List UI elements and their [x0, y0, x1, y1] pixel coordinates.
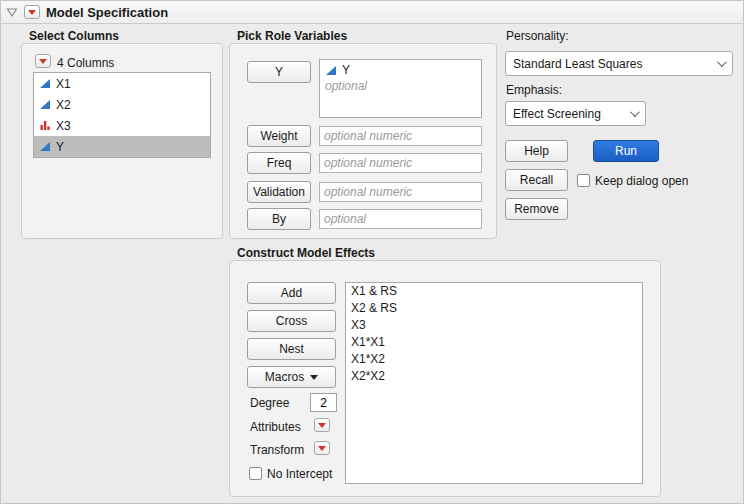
page-title: Model Specification [46, 5, 168, 20]
construct-effects-label: Construct Model Effects [237, 246, 375, 260]
red-triangle-glyph [28, 10, 36, 15]
emphasis-value: Effect Screening [513, 107, 601, 121]
effect-item[interactable]: X3 [346, 317, 642, 334]
add-button[interactable]: Add [247, 282, 336, 304]
columns-red-triangle-menu-icon[interactable] [35, 54, 51, 68]
column-label: Y [56, 140, 64, 154]
continuous-column-icon [39, 141, 51, 152]
column-item-x1[interactable]: X1 [34, 73, 210, 94]
validation-role-field[interactable] [319, 182, 482, 202]
continuous-column-icon [39, 99, 51, 110]
effect-item[interactable]: X1 & RS [346, 283, 642, 300]
column-label: X2 [56, 98, 71, 112]
column-label: X3 [56, 119, 71, 133]
keep-dialog-open-checkbox[interactable] [577, 174, 590, 187]
y-role-box[interactable]: Y optional [319, 59, 482, 118]
transform-red-triangle-menu-icon[interactable] [314, 441, 330, 455]
effect-item[interactable]: X1*X2 [346, 351, 642, 368]
chevron-down-icon [717, 57, 727, 67]
red-triangle-glyph [39, 59, 47, 64]
red-triangle-glyph [318, 446, 326, 451]
title-bar: Model Specification [1, 1, 743, 24]
remove-button[interactable]: Remove [505, 198, 568, 220]
by-role-button[interactable]: By [247, 208, 311, 230]
caret-down-icon [310, 375, 318, 380]
attributes-red-triangle-menu-icon[interactable] [314, 418, 330, 432]
emphasis-label: Emphasis: [506, 83, 562, 97]
red-triangle-menu-icon[interactable] [24, 5, 40, 19]
nest-button[interactable]: Nest [247, 338, 336, 360]
model-specification-dialog: Model Specification Select Columns 4 Col… [0, 0, 744, 504]
recall-button[interactable]: Recall [505, 169, 568, 191]
freq-role-field[interactable] [319, 153, 482, 173]
freq-role-button[interactable]: Freq [247, 152, 311, 174]
effect-item[interactable]: X1*X1 [346, 334, 642, 351]
no-intercept-checkbox[interactable] [249, 467, 262, 480]
effect-item[interactable]: X2 & RS [346, 300, 642, 317]
column-item-y[interactable]: Y [34, 136, 210, 157]
by-role-field[interactable] [319, 209, 482, 229]
attributes-label: Attributes [250, 420, 301, 434]
continuous-column-icon [325, 65, 337, 76]
continuous-column-icon [39, 78, 51, 89]
select-columns-label: Select Columns [29, 29, 119, 43]
column-item-x2[interactable]: X2 [34, 94, 210, 115]
column-label: X1 [56, 77, 71, 91]
weight-role-field[interactable] [319, 126, 482, 146]
cross-button[interactable]: Cross [247, 310, 336, 332]
macros-button[interactable]: Macros [247, 366, 336, 388]
keep-dialog-open-label[interactable]: Keep dialog open [595, 174, 688, 188]
chevron-down-icon [630, 107, 640, 117]
column-item-x3[interactable]: X3 [34, 115, 210, 136]
y-role-value: Y [342, 63, 350, 77]
effect-item[interactable]: X2*X2 [346, 368, 642, 385]
y-role-button[interactable]: Y [247, 61, 311, 83]
pick-roles-label: Pick Role Variables [237, 29, 347, 43]
no-intercept-label[interactable]: No Intercept [267, 467, 332, 481]
columns-count-label: 4 Columns [57, 56, 114, 70]
effects-listbox: X1 & RS X2 & RS X3 X1*X1 X1*X2 X2*X2 [345, 282, 643, 484]
transform-label: Transform [250, 443, 304, 457]
y-role-item[interactable]: Y [320, 60, 481, 77]
macros-label: Macros [265, 370, 304, 384]
columns-listbox: X1 X2 X3 Y [33, 72, 211, 158]
degree-input[interactable] [310, 393, 337, 412]
weight-role-button[interactable]: Weight [247, 125, 311, 147]
personality-label: Personality: [506, 29, 569, 43]
validation-role-button[interactable]: Validation [247, 181, 311, 203]
nominal-column-icon [39, 120, 51, 131]
personality-value: Standard Least Squares [513, 57, 642, 71]
y-role-placeholder: optional [320, 77, 481, 95]
degree-label: Degree [250, 396, 289, 410]
run-button[interactable]: Run [593, 140, 659, 162]
help-button[interactable]: Help [505, 140, 568, 162]
emphasis-dropdown[interactable]: Effect Screening [505, 101, 646, 126]
personality-dropdown[interactable]: Standard Least Squares [505, 51, 733, 76]
red-triangle-glyph [318, 423, 326, 428]
disclosure-triangle-icon[interactable] [6, 6, 18, 18]
